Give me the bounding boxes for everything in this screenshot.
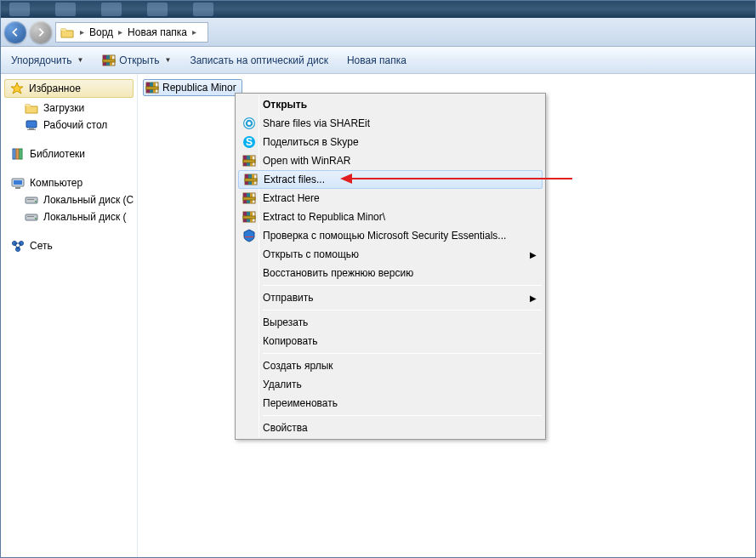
cm-properties[interactable]: Свойства — [237, 418, 543, 437]
cm-extract-files[interactable]: Extract files... — [238, 170, 543, 189]
sidebar-item-drive-c[interactable]: Локальный диск (C — [1, 191, 137, 208]
sidebar-favorites[interactable]: Избранное — [4, 79, 134, 98]
sidebar-libraries[interactable]: Библиотеки — [1, 145, 137, 162]
shield-icon — [242, 229, 256, 242]
winrar-icon — [145, 81, 159, 94]
window-titlebar — [1, 1, 755, 18]
new-folder-button[interactable]: Новая папка — [344, 53, 410, 68]
winrar-icon — [242, 154, 256, 168]
library-icon — [11, 147, 25, 161]
breadcrumb-item[interactable]: Ворд — [88, 26, 115, 38]
command-toolbar: Упорядочить▼ Открыть▼ Записать на оптиче… — [1, 47, 755, 74]
sidebar-computer[interactable]: Компьютер — [1, 174, 137, 191]
cm-open[interactable]: Открыть — [237, 95, 543, 114]
monitor-icon — [25, 118, 38, 132]
file-item-selected[interactable]: Republica Minor — [143, 79, 242, 96]
navigation-pane: Избранное Загрузки Рабочий стол Библиоте… — [1, 74, 137, 557]
sidebar-item-desktop[interactable]: Рабочий стол — [1, 117, 137, 134]
nav-back-button[interactable] — [4, 21, 26, 43]
context-menu: Открыть Share files via SHAREit Поделить… — [235, 93, 546, 440]
cm-delete[interactable]: Удалить — [237, 375, 543, 394]
winrar-icon — [242, 191, 256, 205]
cm-shareit[interactable]: Share files via SHAREit — [237, 114, 543, 133]
open-button[interactable]: Открыть▼ — [99, 52, 174, 69]
cm-cut[interactable]: Вырезать — [237, 313, 543, 332]
cm-open-with[interactable]: Открыть с помощью ▶ — [237, 245, 543, 264]
cm-copy[interactable]: Копировать — [237, 332, 543, 350]
winrar-icon — [244, 173, 258, 186]
folder-icon — [60, 26, 75, 39]
file-name: Republica Minor — [162, 82, 236, 94]
star-icon — [10, 82, 24, 95]
cm-send-to[interactable]: Отправить ▶ — [237, 288, 543, 307]
winrar-icon — [242, 210, 256, 224]
cm-restore-previous[interactable]: Восстановить прежнюю версию — [237, 264, 543, 282]
submenu-arrow-icon: ▶ — [530, 250, 537, 259]
drive-icon — [25, 193, 38, 207]
cm-extract-to[interactable]: Extract to Republica Minor\ — [237, 208, 543, 226]
winrar-icon — [102, 54, 116, 67]
nav-forward-button[interactable] — [30, 21, 52, 43]
sidebar-item-drive-2[interactable]: Локальный диск ( — [1, 208, 137, 225]
sidebar-network[interactable]: Сеть — [1, 237, 137, 254]
breadcrumb[interactable]: ▸ Ворд ▸ Новая папка ▸ — [55, 22, 208, 43]
folder-icon — [25, 101, 38, 115]
shareit-icon — [242, 117, 256, 130]
breadcrumb-item[interactable]: Новая папка — [126, 26, 189, 38]
cm-create-shortcut[interactable]: Создать ярлык — [237, 356, 543, 375]
navigation-bar: ▸ Ворд ▸ Новая папка ▸ — [1, 18, 755, 47]
cm-extract-here[interactable]: Extract Here — [237, 189, 543, 208]
sidebar-item-downloads[interactable]: Загрузки — [1, 100, 137, 117]
cm-rename[interactable]: Переименовать — [237, 394, 543, 413]
network-icon — [11, 239, 25, 253]
organize-button[interactable]: Упорядочить▼ — [8, 53, 87, 68]
burn-button[interactable]: Записать на оптический диск — [186, 53, 332, 68]
skype-icon — [242, 135, 256, 149]
cm-open-winrar[interactable]: Open with WinRAR — [237, 151, 543, 170]
submenu-arrow-icon: ▶ — [530, 293, 537, 303]
cm-mse-scan[interactable]: Проверка с помощью Microsoft Security Es… — [237, 226, 543, 245]
computer-icon — [11, 176, 25, 190]
drive-icon — [25, 210, 38, 224]
cm-skype[interactable]: Поделиться в Skype — [237, 133, 543, 151]
